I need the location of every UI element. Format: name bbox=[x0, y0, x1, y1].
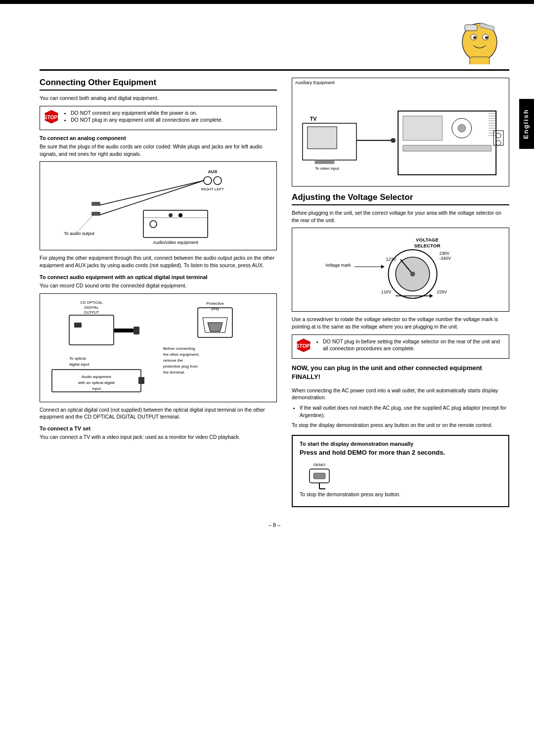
optical-diagram: CD OPTICAL DIGITAL OUTPUT Protective bbox=[44, 298, 272, 397]
main-content: Connecting Other Equipment You can conne… bbox=[40, 69, 509, 528]
svg-text:STOP!: STOP! bbox=[296, 343, 311, 349]
svg-rect-20 bbox=[143, 210, 208, 237]
svg-text:Protective: Protective bbox=[206, 301, 224, 306]
svg-point-13 bbox=[204, 177, 212, 185]
analog-heading: To connect an analog component bbox=[40, 135, 277, 141]
warning-item-1: DO NOT connect any equipment while the p… bbox=[71, 109, 222, 117]
finally-bold: NOW, you can plug in the unit and other … bbox=[292, 364, 509, 381]
demo-title: To start the display demonstration manua… bbox=[300, 441, 501, 447]
svg-text:the terminal.: the terminal. bbox=[163, 370, 185, 375]
svg-text:127V: 127V bbox=[386, 257, 397, 262]
svg-text:OUTPUT: OUTPUT bbox=[84, 310, 99, 315]
page-number: – 8 – bbox=[40, 522, 509, 528]
svg-text:CD OPTICAL: CD OPTICAL bbox=[80, 300, 102, 305]
svg-rect-55 bbox=[315, 160, 335, 164]
svg-point-21 bbox=[150, 221, 157, 228]
svg-text:To video input: To video input bbox=[315, 166, 340, 171]
svg-text:110V: 110V bbox=[381, 289, 392, 294]
svg-line-16 bbox=[99, 181, 204, 205]
svg-text:plug: plug bbox=[211, 306, 219, 311]
mascot-area bbox=[450, 15, 509, 64]
aux-diagram-svg: TV To video input bbox=[295, 81, 506, 185]
svg-text:STOP!: STOP! bbox=[44, 115, 59, 120]
svg-text:220V: 220V bbox=[437, 289, 447, 294]
svg-point-76 bbox=[496, 141, 501, 145]
svg-text:RIGHT  LEFT: RIGHT LEFT bbox=[201, 187, 224, 191]
stop-icon: STOP! bbox=[44, 109, 59, 124]
analog-text2: For playing the other equipment through … bbox=[40, 254, 277, 269]
svg-text:-240V: -240V bbox=[440, 256, 451, 261]
voltage-diagram-box: VOLTAGE SELECTOR Voltage mark bbox=[292, 228, 509, 312]
optical-heading: To connect audio equipment with an optic… bbox=[40, 274, 277, 280]
svg-text:with an optical digital: with an optical digital bbox=[78, 380, 115, 385]
audio-video-diagram-box: AUX RIGHT LEFT bbox=[40, 161, 277, 250]
analog-text: Be sure that the plugs of the audio cord… bbox=[40, 143, 277, 157]
svg-text:SELECTOR: SELECTOR bbox=[414, 243, 440, 248]
section-title-connecting: Connecting Other Equipment bbox=[40, 78, 277, 91]
svg-text:Audio equipment: Audio equipment bbox=[82, 375, 112, 379]
svg-text:To audio output: To audio output bbox=[64, 231, 94, 236]
svg-line-27 bbox=[79, 214, 94, 230]
svg-point-3 bbox=[473, 36, 476, 39]
right-column: Auxiliary Equipment TV To video input bbox=[292, 78, 509, 507]
svg-text:Voltage mark: Voltage mark bbox=[325, 263, 351, 268]
svg-marker-91 bbox=[430, 294, 433, 298]
svg-rect-33 bbox=[114, 329, 134, 332]
finally-text1: When connecting the AC power cord into a… bbox=[292, 387, 509, 401]
svg-rect-18 bbox=[91, 202, 100, 206]
svg-text:AUX: AUX bbox=[208, 169, 217, 174]
svg-marker-81 bbox=[381, 265, 385, 269]
svg-text:Before connecting: Before connecting bbox=[163, 346, 195, 351]
svg-text:Audio/video equipment: Audio/video equipment bbox=[153, 240, 198, 245]
audio-video-diagram: AUX RIGHT LEFT bbox=[44, 166, 272, 245]
svg-point-85 bbox=[410, 272, 415, 277]
svg-text:protective plug from: protective plug from bbox=[163, 364, 198, 369]
optical-text2: Connect an optical digital cord (not sup… bbox=[40, 406, 277, 421]
svg-text:digital input: digital input bbox=[69, 362, 89, 367]
voltage-warning-text: DO NOT plug in before setting the voltag… bbox=[315, 338, 505, 355]
demo-main: Press and hold DEMO for more than 2 seco… bbox=[300, 449, 501, 456]
svg-text:230V: 230V bbox=[440, 251, 450, 256]
svg-rect-19 bbox=[91, 212, 100, 216]
svg-marker-39 bbox=[208, 323, 222, 331]
svg-text:VOLTAGE: VOLTAGE bbox=[416, 237, 439, 242]
svg-point-62 bbox=[458, 124, 466, 132]
stop-icon-2: STOP! bbox=[296, 338, 311, 353]
voltage-intro: Before plugging in the unit, set the cor… bbox=[292, 209, 509, 224]
svg-rect-54 bbox=[308, 127, 337, 149]
demo-box: To start the display demonstration manua… bbox=[292, 435, 509, 507]
svg-rect-63 bbox=[403, 145, 491, 151]
finally-text2: To stop the display demonstration press … bbox=[292, 422, 509, 429]
mascot-icon bbox=[450, 15, 509, 64]
demo-button-icon: DEMO bbox=[300, 460, 339, 490]
aux-label: Auxiliary Equipment bbox=[295, 80, 335, 85]
page: English Connecting Other Equipment bbox=[0, 0, 534, 756]
svg-point-58 bbox=[391, 138, 396, 143]
top-bar bbox=[0, 0, 534, 4]
finally-bullet1: If the wall outlet does not match the AC… bbox=[300, 404, 509, 419]
svg-text:To optical: To optical bbox=[69, 356, 86, 361]
warning-box-1: STOP! DO NOT connect any equipment while… bbox=[40, 106, 277, 130]
svg-rect-60 bbox=[403, 116, 442, 141]
svg-rect-5 bbox=[465, 25, 477, 31]
svg-text:DIGITAL: DIGITAL bbox=[85, 305, 99, 310]
left-column: Connecting Other Equipment You can conne… bbox=[40, 78, 277, 507]
top-rule bbox=[40, 69, 509, 71]
sidebar-english-label: English bbox=[519, 99, 534, 149]
warning-text-1: DO NOT connect any equipment while the p… bbox=[63, 109, 222, 127]
voltage-warning-item: DO NOT plug in before setting the voltag… bbox=[323, 338, 505, 352]
svg-point-75 bbox=[496, 133, 501, 138]
optical-diagram-box: CD OPTICAL DIGITAL OUTPUT Protective bbox=[40, 293, 277, 402]
voltage-title: Adjusting the Voltage Selector bbox=[292, 192, 509, 205]
aux-equipment-diagram: Auxiliary Equipment TV To video input bbox=[292, 78, 509, 187]
tv-text: You can connect a TV with a video input … bbox=[40, 433, 277, 441]
voltage-warning-box: STOP! DO NOT plug in before setting the … bbox=[292, 334, 509, 359]
two-column-layout: Connecting Other Equipment You can conne… bbox=[40, 78, 509, 507]
tv-heading: To connect a TV set bbox=[40, 425, 277, 431]
svg-point-14 bbox=[214, 177, 222, 185]
intro-text: You can connect both analog and digital … bbox=[40, 94, 277, 102]
svg-text:the other equipment,: the other equipment, bbox=[163, 352, 199, 357]
svg-text:remove the: remove the bbox=[163, 358, 183, 363]
svg-rect-31 bbox=[69, 315, 114, 345]
svg-text:TV: TV bbox=[310, 116, 317, 122]
